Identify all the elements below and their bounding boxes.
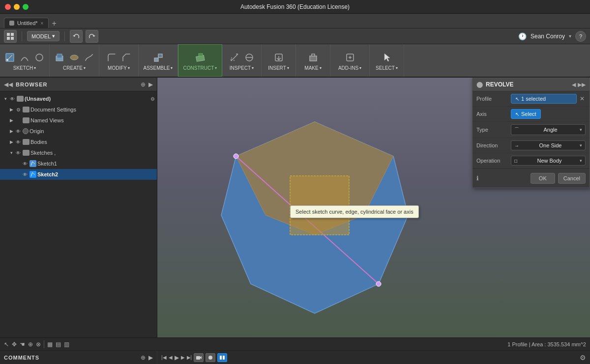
tree-sketch1[interactable]: 👁 Sketch1 xyxy=(0,158,157,169)
svg-point-7 xyxy=(36,54,43,61)
user-name[interactable]: Sean Conroy xyxy=(531,33,565,40)
revolve-info-icon[interactable]: ℹ xyxy=(476,175,479,182)
ribbon-sketch[interactable]: SKETCH ▾ xyxy=(0,44,50,77)
separator xyxy=(64,31,65,41)
revolve-axis-select[interactable]: ↖ Select xyxy=(511,109,541,119)
tree-named-views[interactable]: ▶ Named Views xyxy=(0,115,157,126)
timeline-next[interactable]: ▶ xyxy=(181,355,185,360)
status-zoom-in-icon[interactable]: ⊕ xyxy=(28,341,33,348)
ribbon-select[interactable]: SELECT ▾ xyxy=(370,44,404,77)
revolve-type-dropdown[interactable]: ⌒ Angle ▾ xyxy=(511,124,586,135)
ribbon-construct[interactable]: CONSTRUCT ▾ xyxy=(178,44,222,77)
maximize-button[interactable] xyxy=(23,4,29,10)
tree-sketch2[interactable]: 👁 Sketch2 xyxy=(0,169,157,180)
model-arrow: ▾ xyxy=(52,33,55,39)
timeline-active-btn[interactable] xyxy=(217,353,227,362)
sketch-icon xyxy=(30,160,36,167)
redo-button[interactable] xyxy=(86,30,98,43)
svg-point-10 xyxy=(70,55,78,60)
status-zoom-out-icon[interactable]: ⊗ xyxy=(36,341,41,348)
minimize-button[interactable] xyxy=(14,4,20,10)
tree-root[interactable]: ▾ 👁 (Unsaved) ⚙ xyxy=(0,93,157,104)
new-tab-button[interactable]: + xyxy=(52,19,56,28)
tree-origin[interactable]: ▶ 👁 Origin xyxy=(0,126,157,137)
construct-label: CONSTRUCT ▾ xyxy=(183,65,217,71)
model-dropdown[interactable]: MODEL ▾ xyxy=(27,31,59,41)
status-arrow-icon[interactable]: ↖ xyxy=(4,341,9,348)
expand-icon[interactable]: ▶ xyxy=(8,106,15,113)
visibility-icon[interactable]: 👁 xyxy=(15,149,22,156)
construct-plane-icon xyxy=(193,51,207,64)
history-icon[interactable]: 🕐 xyxy=(518,32,527,40)
browser-collapse[interactable]: ▶ xyxy=(148,81,153,88)
comments-add-icon[interactable]: ⊕ xyxy=(141,354,146,361)
revolve-operation-value: □ New Body ▾ xyxy=(511,156,586,166)
timeline-play[interactable]: ▶ xyxy=(175,354,179,361)
svg-rect-13 xyxy=(196,55,205,61)
visibility-icon[interactable]: 👁 xyxy=(15,139,22,145)
create-extrude-icon xyxy=(53,51,66,64)
timeline-record-btn[interactable] xyxy=(206,353,215,362)
help-button[interactable]: ? xyxy=(575,31,586,42)
comments-bar: COMMENTS ⊕ ▶ xyxy=(0,351,157,364)
revolve-type-icon: ⌒ xyxy=(514,126,519,133)
revolve-direction-row: Direction → One Side ▾ xyxy=(472,138,590,153)
status-panel-icon[interactable]: ▥ xyxy=(64,341,69,348)
visibility-icon[interactable]: 👁 xyxy=(22,160,29,167)
revolve-pin-icon[interactable]: ◀ xyxy=(572,82,576,88)
revolve-expand-icon[interactable]: ▶▶ xyxy=(578,82,586,88)
status-hand-icon[interactable]: ☚ xyxy=(20,341,25,348)
visibility-icon[interactable]: 👁 xyxy=(15,128,22,135)
tree-document-settings[interactable]: ▶ ⚙ Document Settings xyxy=(0,104,157,115)
visibility-icon[interactable]: 👁 xyxy=(22,171,29,178)
revolve-profile-clear[interactable]: ✕ xyxy=(579,94,586,103)
status-display-icon[interactable]: ▤ xyxy=(56,341,61,348)
status-profile-text: 1 Profile | Area : 3535.534 mm^2 xyxy=(507,341,586,347)
browser-options[interactable]: ⊕ xyxy=(141,81,146,88)
revolve-profile-selected[interactable]: ↖ 1 selected xyxy=(511,94,577,104)
timeline-camera-btn[interactable] xyxy=(194,353,204,362)
folder-icon xyxy=(23,117,30,123)
tree-bodies[interactable]: ▶ 👁 Bodies xyxy=(0,137,157,147)
expand-icon[interactable]: ▾ xyxy=(8,149,15,156)
browser-header: ◀◀ BROWSER ⊕ ▶ xyxy=(0,78,157,91)
revolve-axis-label: Axis xyxy=(476,111,511,117)
tree-sketches[interactable]: ▾ 👁 Sketches , xyxy=(0,147,157,158)
ribbon-assemble[interactable]: ASSEMBLE ▾ xyxy=(139,44,178,77)
nav-back[interactable]: ◀◀ xyxy=(4,81,13,88)
timeline-prev-start[interactable]: |◀ xyxy=(161,355,167,360)
status-move-icon[interactable]: ✥ xyxy=(12,341,17,348)
close-button[interactable] xyxy=(5,4,11,10)
ribbon-insert[interactable]: INSERT ▾ xyxy=(262,44,296,77)
ribbon-inspect[interactable]: INSPECT ▾ xyxy=(222,44,262,77)
ribbon-make[interactable]: MAKE ▾ xyxy=(296,44,330,77)
grid-button[interactable] xyxy=(4,30,17,43)
revolve-direction-dropdown[interactable]: → One Side ▾ xyxy=(511,140,586,150)
settings-icon: ⚙ xyxy=(15,106,22,113)
expand-icon[interactable]: ▾ xyxy=(2,95,9,102)
viewport[interactable]: Select sketch curve, edge, cylindrical f… xyxy=(157,78,590,337)
tab-close-button[interactable]: × xyxy=(41,21,44,26)
expand-icon[interactable]: ▶ xyxy=(8,128,15,135)
ribbon-addins[interactable]: ADD-INS ▾ xyxy=(330,44,370,77)
expand-icon[interactable]: ▶ xyxy=(8,117,15,124)
timeline-prev[interactable]: ◀ xyxy=(169,355,173,360)
ribbon-modify[interactable]: MODIFY ▾ xyxy=(99,44,139,77)
tab-bar: Untitled* × + xyxy=(0,14,590,28)
undo-button[interactable] xyxy=(70,30,83,43)
modify-chamfer-icon xyxy=(119,51,133,64)
revolve-operation-dropdown[interactable]: □ New Body ▾ xyxy=(511,156,586,166)
select-icon xyxy=(380,51,394,64)
document-tab[interactable]: Untitled* × xyxy=(4,18,49,28)
expand-icon[interactable]: ▶ xyxy=(8,139,15,145)
ribbon-create[interactable]: CREATE ▾ xyxy=(50,44,99,77)
revolve-cancel-button[interactable]: Cancel xyxy=(558,173,586,184)
settings-icon[interactable]: ⚙ xyxy=(580,354,586,362)
settings-icon[interactable]: ⚙ xyxy=(150,96,155,102)
revolve-ok-button[interactable]: OK xyxy=(531,173,555,184)
comments-collapse-icon[interactable]: ▶ xyxy=(148,354,153,361)
user-dropdown-arrow[interactable]: ▾ xyxy=(569,33,571,39)
timeline-next-end[interactable]: ▶| xyxy=(187,355,192,360)
visibility-icon[interactable]: 👁 xyxy=(9,95,16,102)
status-grid-icon[interactable]: ▦ xyxy=(47,341,53,348)
